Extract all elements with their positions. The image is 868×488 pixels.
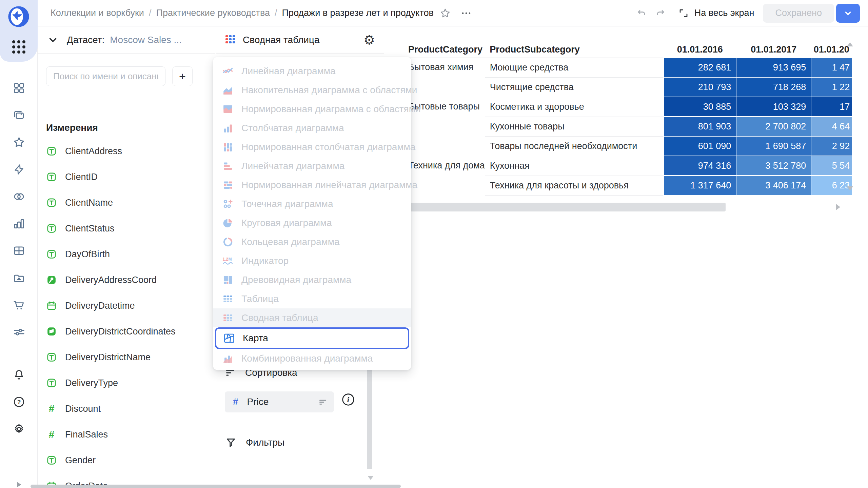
help-icon[interactable]: ? (0, 392, 38, 411)
table-scroll-up-arrow[interactable] (847, 42, 853, 46)
number-type-icon: # (46, 403, 57, 414)
field-row[interactable]: DayOfBirth (46, 241, 205, 267)
dataset-name[interactable]: Moscow Sales ... (110, 35, 182, 45)
value-cell: 2 92 (811, 136, 852, 156)
dashboards-icon[interactable] (0, 79, 38, 98)
sort-field-name: Price (247, 396, 269, 407)
geopolygon-type-icon (46, 326, 57, 337)
column-header[interactable]: 01.01.2017 (736, 42, 811, 58)
value-cell: 5 54 (811, 156, 852, 176)
charts-icon[interactable] (0, 214, 38, 233)
viz-panel-scrollbar[interactable] (367, 370, 372, 469)
collections-icon[interactable] (0, 106, 38, 125)
breadcrumb-guides[interactable]: Практические руководства (156, 8, 270, 18)
favorites-icon[interactable] (0, 133, 38, 152)
field-row[interactable]: DeliveryAddressCoord (46, 267, 205, 293)
menu-item-pivot-table[interactable]: Сводная таблица (213, 308, 411, 327)
menu-item-normalized-area-chart[interactable]: Нормированная диаграмма с областями (213, 100, 411, 119)
add-field-button[interactable]: + (172, 66, 193, 86)
field-row[interactable]: ClientName (46, 190, 205, 216)
column-header[interactable]: ProductCategory (403, 42, 485, 58)
field-row[interactable]: # Discount (46, 396, 205, 422)
settings-icon[interactable] (0, 420, 38, 439)
menu-item-normalized-horizontal-bar-chart[interactable]: Нормированная линейчатая диаграмма (213, 176, 411, 195)
menu-item-pie-chart[interactable]: Круговая диаграмма (213, 214, 411, 232)
table-scroll-down-arrow[interactable] (847, 186, 853, 190)
date-type-icon (46, 301, 57, 311)
favorite-star-icon[interactable] (437, 5, 453, 21)
field-row[interactable]: # FinalSales (46, 422, 205, 447)
dimensions-section-title: Измерения (46, 122, 98, 133)
datalens-logo[interactable] (7, 5, 31, 28)
menu-item-donut-chart[interactable]: Кольцевая диаграмма (213, 232, 411, 251)
menu-item-bar-chart[interactable]: Столбчатая диаграмма (213, 119, 411, 138)
field-row[interactable]: DeliveryDatetime (46, 293, 205, 319)
marketplace-icon[interactable] (0, 296, 38, 314)
column-header[interactable]: ProductSubcategory (485, 42, 664, 58)
apps-grid-icon[interactable] (0, 37, 38, 56)
menu-item-normalized-bar-chart[interactable]: Нормированная столбчатая диаграмма (213, 138, 411, 157)
menu-item-table[interactable]: Таблица (213, 289, 411, 308)
field-row[interactable]: Gender (46, 447, 205, 473)
search-input[interactable] (46, 66, 165, 86)
table-scroll-right-arrow[interactable] (836, 204, 840, 210)
fullscreen-icon[interactable] (675, 5, 692, 21)
dataset-header[interactable]: Датасет: Moscow Sales ... (38, 26, 215, 54)
value-cell: 1 317 640 (664, 176, 736, 195)
menu-item-scatter-chart[interactable]: Точечная диаграмма (213, 195, 411, 214)
pivot-table-icon (222, 312, 234, 324)
field-row[interactable]: ClientStatus (46, 216, 205, 241)
field-row[interactable]: ClientAddress (46, 138, 205, 164)
column-header[interactable]: 01.01.20 (811, 42, 852, 58)
svg-text:i: i (347, 395, 350, 404)
sort-field-chip[interactable]: # Price (225, 391, 334, 412)
number-type-icon: # (46, 429, 57, 440)
line-chart-icon (222, 65, 234, 77)
info-icon: i (341, 392, 355, 407)
map-icon (223, 332, 235, 344)
services-icon[interactable] (0, 323, 38, 342)
value-cell: 974 316 (664, 156, 736, 176)
field-row[interactable]: DeliveryDistrictName (46, 344, 205, 370)
saved-button[interactable]: Сохранено (763, 4, 834, 23)
field-row[interactable]: ClientID (46, 164, 205, 190)
breadcrumb-current-title: Продажи в разрезе лет и продуктов (282, 8, 433, 18)
normalized-horizontal-bar-chart-icon (222, 179, 234, 191)
menu-item-combined-chart[interactable]: Комбинированная диаграмма (213, 349, 411, 368)
gear-icon[interactable]: ⚙ (363, 34, 375, 46)
fullscreen-label[interactable]: На весь экран (694, 8, 754, 18)
pivot-table-icon (224, 33, 237, 47)
menu-item-indicator[interactable]: 1.2M Индикатор (213, 251, 411, 270)
save-dropdown-button[interactable] (836, 4, 860, 23)
datasets-icon[interactable] (0, 241, 38, 260)
redo-icon[interactable] (652, 5, 669, 21)
table-horizontal-scrollbar[interactable] (403, 203, 726, 211)
gallery-icon[interactable] (0, 268, 38, 287)
top-bar: Коллекции и воркбуки / Практические руко… (38, 0, 868, 26)
menu-item-treemap-chart[interactable]: Древовидная диаграмма (213, 270, 411, 289)
menu-item-stacked-area-chart[interactable]: Накопительная диаграмма с областями (213, 81, 411, 100)
chart-preview-area: ProductCategory ProductSubcategory 01.01… (384, 26, 868, 488)
more-actions-icon[interactable] (458, 5, 474, 21)
panel-scroll-down-arrow[interactable] (368, 476, 374, 480)
sort-info[interactable]: i (341, 392, 355, 407)
horizontal-bar-chart-icon (222, 160, 234, 172)
breadcrumb-collections[interactable]: Коллекции и воркбуки (51, 8, 144, 18)
menu-item-line-chart[interactable]: Линейная диаграмма (213, 62, 411, 81)
horizontal-scrollbar[interactable] (31, 485, 401, 488)
dataset-panel: Датасет: Moscow Sales ... + Измерения Cl… (38, 26, 215, 488)
undo-icon[interactable] (633, 5, 650, 21)
connections-icon[interactable] (0, 187, 38, 206)
field-row[interactable]: DeliveryType (46, 370, 205, 396)
column-header[interactable]: 01.01.2016 (664, 42, 736, 58)
menu-item-horizontal-bar-chart[interactable]: Линейчатая диаграмма (213, 157, 411, 176)
field-row[interactable]: DeliveryDistrictCoordinates (46, 319, 205, 344)
menu-item-map[interactable]: Карта (215, 327, 409, 349)
svg-text:?: ? (17, 399, 21, 405)
notifications-icon[interactable] (0, 365, 38, 384)
editor-icon[interactable] (0, 160, 38, 179)
value-cell: 3 512 780 (736, 156, 811, 176)
table-row: Бытовая химия Моющие средства 282 681 91… (403, 58, 852, 77)
chart-type-selector[interactable]: Сводная таблица ⚙ (216, 26, 384, 54)
sort-order-icon[interactable] (318, 397, 328, 407)
